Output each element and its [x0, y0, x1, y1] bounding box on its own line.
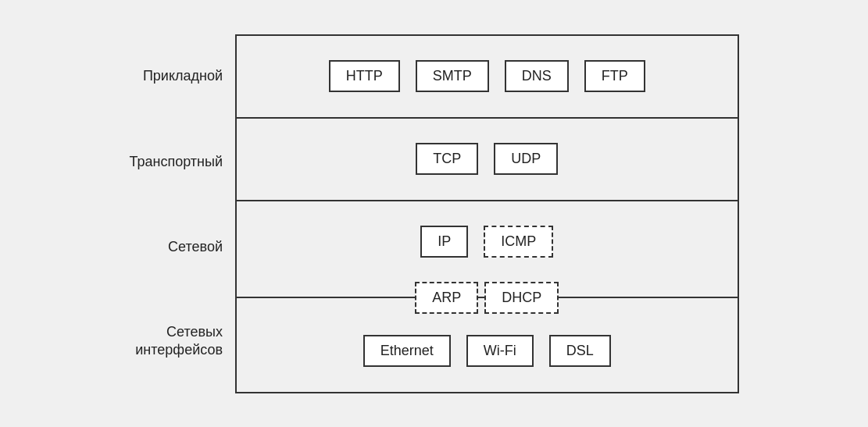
layer-labels: Прикладной Транспортный Сетевой Сетевых …	[130, 34, 236, 393]
label-application: Прикладной	[130, 67, 223, 85]
network-diagram: Прикладной Транспортный Сетевой Сетевых …	[130, 34, 739, 393]
proto-wifi: Wi-Fi	[466, 335, 534, 367]
proto-udp: UDP	[494, 143, 558, 175]
proto-smtp: SMTP	[416, 60, 489, 92]
proto-dhcp: DHCP	[484, 282, 559, 314]
proto-tcp: TCP	[416, 143, 478, 175]
proto-ethernet: Ethernet	[363, 335, 451, 367]
application-layer: HTTP SMTP DNS FTP	[237, 36, 738, 119]
proto-dns: DNS	[505, 60, 569, 92]
transport-layer: TCP UDP	[237, 119, 738, 201]
label-transport: Транспортный	[130, 153, 223, 171]
proto-arp: ARP	[415, 282, 478, 314]
proto-icmp: ICMP	[484, 226, 553, 258]
label-interface: Сетевых интерфейсов	[130, 323, 223, 360]
proto-ftp: FTP	[584, 60, 645, 92]
proto-dsl: DSL	[549, 335, 611, 367]
label-network: Сетевой	[130, 238, 223, 256]
network-layer: IP ICMP ARP DHCP	[237, 201, 738, 298]
proto-http: HTTP	[329, 60, 400, 92]
diagram-main-box: HTTP SMTP DNS FTP TCP UDP IP ICMP ARP DH…	[235, 34, 739, 393]
proto-ip: IP	[420, 226, 468, 258]
